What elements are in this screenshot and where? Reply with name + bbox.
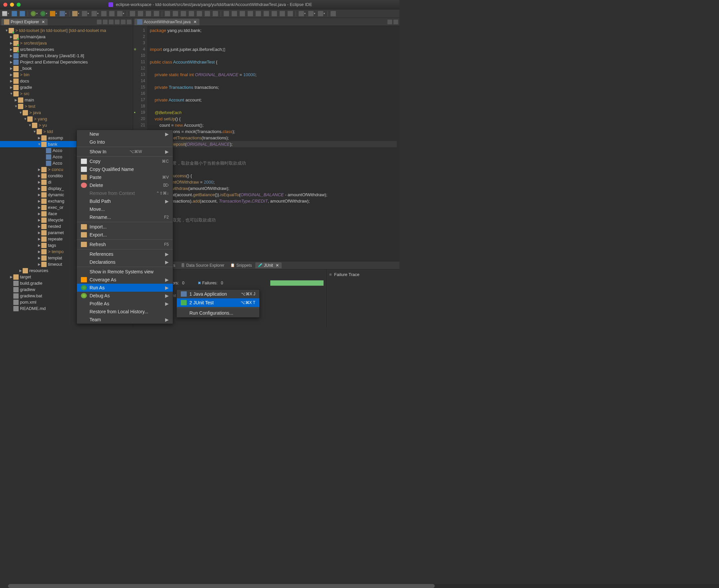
tree-node[interactable]: ▼> test	[0, 103, 133, 109]
maximize-icon[interactable]	[127, 20, 132, 24]
menu-profile-as[interactable]: Profile As▶	[77, 300, 173, 308]
menu-debug-as[interactable]: Debug As▶	[77, 292, 173, 300]
close-icon[interactable]: ✕	[42, 20, 45, 24]
tb-generic-11[interactable]	[212, 10, 219, 17]
maximize-button[interactable]	[17, 3, 21, 7]
tb-generic-4[interactable]	[153, 10, 160, 17]
drop-frame-button[interactable]	[279, 10, 286, 17]
menu-export-[interactable]: Export...	[77, 231, 173, 239]
tree-node[interactable]: ▶gradle	[0, 84, 133, 90]
submenu--junit-test[interactable]: 2 JUnit Test⌥⌘X T	[177, 298, 259, 307]
save-button[interactable]	[11, 10, 18, 17]
menu-delete[interactable]: Delete⌦	[77, 181, 173, 189]
menu-refresh[interactable]: RefreshF5	[77, 240, 173, 248]
menu-show-in[interactable]: Show In⌥⌘W▶	[77, 148, 173, 156]
tree-node[interactable]: ▼> src	[0, 90, 133, 97]
new-class-button[interactable]: ▾	[81, 10, 89, 17]
new-server-button[interactable]: ▾	[91, 10, 99, 17]
pin-button[interactable]	[330, 10, 337, 17]
tree-node[interactable]: ▶JRE System Library [JavaSE-1.8]	[0, 52, 133, 59]
menu-rename-[interactable]: Rename...F2	[77, 213, 173, 221]
tb-generic-5[interactable]	[164, 10, 171, 17]
step-over-button[interactable]	[263, 10, 269, 17]
tree-node[interactable]: ▶> src/test/java	[0, 40, 133, 46]
editor-tab[interactable]: AccountWithdrawTest.java ✕	[135, 19, 199, 25]
tb-generic-7[interactable]	[180, 10, 187, 17]
open-task-button[interactable]	[108, 10, 115, 17]
minimize-button[interactable]	[10, 3, 14, 7]
tree-node[interactable]: ▶Project and External Dependencies	[0, 59, 133, 65]
menu-build-path[interactable]: Build Path▶	[77, 197, 173, 205]
tree-node[interactable]: ▶src/test/resources	[0, 46, 133, 52]
menu-run-as[interactable]: Run As▶	[77, 284, 173, 292]
menu-paste[interactable]: Paste⌘V	[77, 173, 173, 181]
menu-restore-from-local-history-[interactable]: Restore from Local History...	[77, 308, 173, 316]
tb-generic-3[interactable]	[145, 10, 152, 17]
debug-button[interactable]: ▾	[30, 10, 38, 17]
panel-tab-data-source-explorer[interactable]: 🗄 Data Source Explorer	[178, 262, 227, 268]
panel-tab-snippets[interactable]: 📋 Snippets	[228, 262, 255, 268]
forward-button[interactable]: ▾	[317, 10, 325, 17]
close-icon[interactable]: ✕	[194, 20, 197, 24]
tb-generic-1[interactable]	[129, 10, 136, 17]
submenu--java-application[interactable]: 1 Java Application⌥⌘X J	[177, 290, 259, 298]
tb-generic-8[interactable]	[188, 10, 195, 17]
menu-import-[interactable]: Import...	[77, 223, 173, 231]
editor-body[interactable]: 123⊕4101112131415161718●192021222324 pac…	[133, 26, 399, 261]
code-content[interactable]: package yang.yu.tdd.bank;import org.juni…	[147, 26, 399, 261]
step-return-button[interactable]	[271, 10, 278, 17]
collapse-all-icon[interactable]	[97, 20, 101, 24]
tb-generic-12[interactable]: ▾	[298, 10, 306, 17]
menu-go-into[interactable]: Go Into	[77, 138, 173, 146]
menu-references[interactable]: References▶	[77, 250, 173, 258]
tree-node[interactable]: ▶main	[0, 97, 133, 103]
suspend-button[interactable]	[231, 10, 238, 17]
minimize-icon[interactable]	[121, 20, 125, 24]
tb-generic-10[interactable]	[204, 10, 211, 17]
menu-show-in-remote-systems-view[interactable]: Show in Remote Systems view	[77, 268, 173, 276]
menu-team[interactable]: Team▶	[77, 316, 173, 323]
new-button[interactable]: ▾	[1, 10, 9, 17]
menu-copy-qualified-name[interactable]: Copy Qualified Name	[77, 165, 173, 173]
tree-node[interactable]: ▼> yang	[0, 116, 133, 122]
filter-icon[interactable]	[109, 20, 114, 24]
minimize-icon[interactable]	[387, 20, 392, 24]
tree-node[interactable]: ▶> bin	[0, 71, 133, 78]
use-step-filters-button[interactable]	[287, 10, 294, 17]
tree-node[interactable]: ▶src/main/java	[0, 34, 133, 40]
menu-move-[interactable]: Move...	[77, 205, 173, 213]
tb-generic-6[interactable]	[172, 10, 179, 17]
disconnect-button[interactable]	[247, 10, 254, 17]
submenu-run-configurations-[interactable]: Run Configurations...	[177, 309, 259, 317]
step-into-button[interactable]	[255, 10, 262, 17]
terminate-button[interactable]	[239, 10, 246, 17]
tree-node[interactable]: ▼> java	[0, 109, 133, 116]
link-editor-icon[interactable]	[103, 20, 107, 24]
context-menu[interactable]: New▶Go IntoShow In⌥⌘W▶Copy⌘CCopy Qualifi…	[77, 130, 173, 324]
explorer-tab[interactable]: Project Explorer ✕	[1, 19, 47, 25]
resume-button[interactable]	[223, 10, 230, 17]
tree-node[interactable]: ▼> tdd-toolset [in tdd-toolset] [tdd-and…	[0, 27, 133, 34]
back-button[interactable]: ▾	[307, 10, 316, 17]
run-as-submenu[interactable]: 1 Java Application⌥⌘X J2 JUnit Test⌥⌘X T…	[176, 289, 260, 318]
menu-copy[interactable]: Copy⌘C	[77, 157, 173, 165]
ext-tools-button[interactable]: ▾	[59, 10, 67, 17]
search-button[interactable]: ▾	[117, 10, 125, 17]
view-menu-icon[interactable]	[115, 20, 120, 24]
tb-generic-9[interactable]	[196, 10, 203, 17]
coverage-button[interactable]: ▾	[49, 10, 58, 17]
menu-declarations[interactable]: Declarations▶	[77, 258, 173, 266]
new-package-button[interactable]: ▾	[72, 10, 80, 17]
tb-generic-2[interactable]	[137, 10, 144, 17]
close-button[interactable]	[3, 3, 7, 7]
menu-coverage-as[interactable]: Coverage As▶	[77, 276, 173, 284]
tree-node[interactable]: ▶_book	[0, 65, 133, 71]
open-type-button[interactable]	[101, 10, 107, 17]
menu-new[interactable]: New▶	[77, 130, 173, 138]
run-button[interactable]: ▾	[40, 10, 48, 17]
save-all-button[interactable]	[19, 10, 26, 17]
panel-tab-junit[interactable]: 🧪 JUnit ✕	[255, 262, 282, 268]
maximize-icon[interactable]	[394, 20, 398, 24]
tree-node[interactable]: ▼> yu	[0, 122, 133, 128]
tree-node[interactable]: ▶docs	[0, 78, 133, 84]
